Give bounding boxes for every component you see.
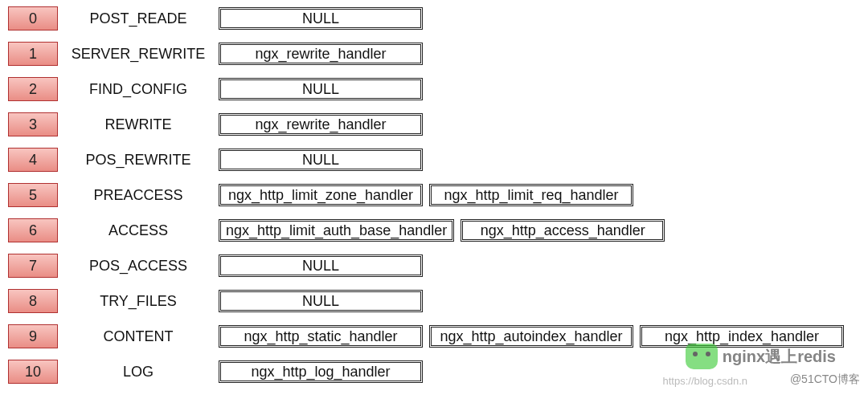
watermark-blog: @51CTO博客: [790, 372, 860, 387]
phase-index: 0: [8, 6, 58, 31]
handler-box: ngx_http_limit_zone_handler: [219, 184, 423, 206]
phase-name: POS_ACCESS: [66, 258, 211, 275]
phase-name: POST_READE: [66, 10, 211, 27]
handlers-list: ngx_http_limit_auth_base_handlerngx_http…: [219, 219, 665, 242]
handler-box: NULL: [219, 254, 423, 277]
phase-name: FIND_CONFIG: [66, 81, 211, 98]
phase-name: TRY_FILES: [66, 293, 211, 310]
phase-row: 1SERVER_REWRITEngx_rewrite_handler: [8, 42, 860, 66]
phase-name: ACCESS: [66, 222, 211, 239]
phase-index: 9: [8, 324, 58, 348]
phase-index: 10: [8, 360, 58, 384]
handlers-list: ngx_http_limit_zone_handlerngx_http_limi…: [219, 184, 633, 206]
handler-box: ngx_http_access_handler: [461, 219, 665, 242]
handler-box: ngx_rewrite_handler: [219, 113, 423, 136]
handler-box: NULL: [219, 7, 423, 30]
handler-box: NULL: [219, 149, 423, 171]
wechat-icon: [686, 344, 718, 369]
handlers-list: NULL: [219, 78, 423, 100]
handler-box: ngx_http_autoindex_handler: [429, 325, 633, 348]
phase-name: LOG: [66, 364, 211, 381]
handlers-list: NULL: [219, 290, 423, 312]
watermark-logo: nginx遇上redis: [686, 344, 836, 369]
phase-index: 5: [8, 183, 58, 207]
watermark-url: https://blog.csdn.n: [662, 375, 747, 387]
phase-row: 4POS_REWRITENULL: [8, 148, 860, 172]
phase-row: 2FIND_CONFIGNULL: [8, 77, 860, 101]
phase-row: 6ACCESSngx_http_limit_auth_base_handlern…: [8, 218, 860, 242]
handlers-list: ngx_rewrite_handler: [219, 113, 423, 136]
handlers-list: ngx_rewrite_handler: [219, 43, 423, 65]
handler-box: ngx_rewrite_handler: [219, 43, 423, 65]
phase-name: CONTENT: [66, 328, 211, 345]
phase-index: 3: [8, 112, 58, 136]
phase-name: PREACCESS: [66, 187, 211, 204]
phase-index: 4: [8, 148, 58, 172]
phase-name: POS_REWRITE: [66, 152, 211, 169]
phase-row: 5PREACCESSngx_http_limit_zone_handlerngx…: [8, 183, 860, 207]
handler-box: ngx_http_limit_req_handler: [429, 184, 633, 206]
phase-name: REWRITE: [66, 116, 211, 133]
phase-row: 3REWRITEngx_rewrite_handler: [8, 112, 860, 136]
phase-index: 1: [8, 42, 58, 66]
phase-index: 6: [8, 218, 58, 242]
phase-name: SERVER_REWRITE: [66, 46, 211, 63]
handler-box: ngx_http_limit_auth_base_handler: [219, 219, 454, 242]
phase-row: 0POST_READENULL: [8, 6, 860, 31]
watermark-logo-text: nginx遇上redis: [723, 346, 836, 368]
handler-box: ngx_http_static_handler: [219, 325, 423, 348]
handlers-list: NULL: [219, 254, 423, 277]
phase-index: 2: [8, 77, 58, 101]
handler-box: ngx_http_log_handler: [219, 360, 423, 383]
handlers-list: NULL: [219, 149, 423, 171]
phase-index: 8: [8, 289, 58, 313]
handlers-list: ngx_http_log_handler: [219, 360, 423, 383]
phase-row: 7POS_ACCESSNULL: [8, 254, 860, 278]
phase-index: 7: [8, 254, 58, 278]
handler-box: NULL: [219, 290, 423, 312]
handlers-list: NULL: [219, 7, 423, 30]
handler-box: NULL: [219, 78, 423, 100]
phase-row: 8TRY_FILESNULL: [8, 289, 860, 313]
